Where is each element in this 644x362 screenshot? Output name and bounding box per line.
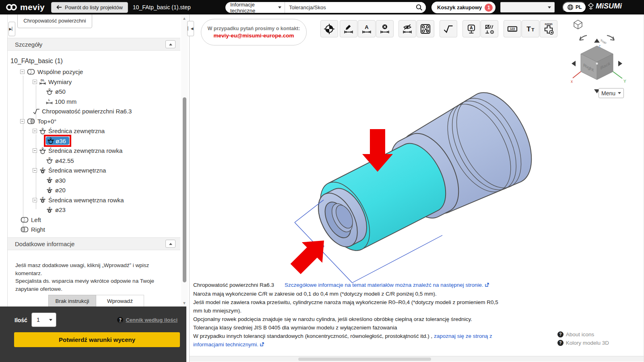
about-icons-link[interactable]: ? About icons [557,331,594,337]
tree-expander-icon[interactable] [20,70,25,74]
sidebar-expand-handle[interactable]: ▶▏ [8,22,15,36]
tree-expander-icon[interactable] [33,148,37,153]
diameter-inner-icon: d [46,206,53,214]
contact-intro: W przypadku pytań prosimy o kontakt: [208,26,300,31]
sidebar-scrollbar[interactable]: ▲ ▼ [181,15,188,306]
unlabeled-select[interactable] [500,2,555,12]
tree-item-inner-groove-diameter[interactable]: d Średnica wewnętrzna rowka [33,195,180,205]
back-to-projects-button[interactable]: Powrót do listy projektów [51,2,128,13]
tree-expander-icon[interactable] [33,80,37,84]
tree-expander-icon[interactable] [20,119,25,123]
cart-button[interactable]: Koszyk zakupowy 1 [431,2,495,13]
tree-item-right-view[interactable]: Right [20,225,180,235]
search-button[interactable] [412,2,426,13]
chevron-down-icon [49,319,52,321]
tree-item-common-positions[interactable]: Wspólne pozycje [20,67,180,77]
search-input[interactable] [285,4,412,10]
six-views-button[interactable]: 6VIEWS [540,20,557,37]
tab-no-instructions[interactable]: Brak instrukcji [48,295,96,307]
highlighted-face [310,136,456,259]
delete-dimension-button[interactable] [376,20,394,37]
search-bar: Informacje techniczne [225,2,426,13]
misumi-logo-icon [588,3,594,10]
tree-item-d23[interactable]: d ø23 [46,205,180,215]
rotate-right-arrow-icon [618,61,622,66]
rotate-up-icon [594,39,600,43]
text-size-icon: T T [525,24,536,34]
tree-expander-icon[interactable] [33,168,37,173]
additional-info-collapse-button[interactable] [165,240,175,248]
svg-text:T: T [531,27,535,33]
quantity-select[interactable]: 1 [31,313,56,327]
details-collapse-button[interactable] [165,40,175,48]
language-button[interactable]: PL [562,2,586,13]
delete-dimension-icon [380,24,390,34]
tree-item-d20[interactable]: d ø20 [46,185,180,195]
canvas-horizontal-scrollbar[interactable] [190,356,644,362]
svg-text:T: T [526,25,531,33]
datum-target-button[interactable] [320,20,338,37]
tree-item-roughness[interactable]: Chropowatość powierzchni Ra6.3 [33,107,180,117]
canvas-collapse-handle[interactable]: ▏◀ [187,21,194,36]
view-cube-widget[interactable]: Top Right Back x Y z [562,19,634,99]
svg-text:D: D [49,157,51,160]
view-cube[interactable]: Top Right Back [581,39,613,80]
selected-dimension-chip[interactable]: D ø36 [46,137,69,145]
geometric-tolerance-button[interactable] [481,20,498,37]
meviy-logo-icon [5,3,19,11]
tab-enter[interactable]: Wprowadź [96,295,144,307]
hide-dimension-button[interactable] [398,20,416,37]
text-dimension-button[interactable]: A [358,20,376,37]
tree-item-outer-diameter[interactable]: D Średnica zewnętrzna [33,126,180,136]
axis-z-label: z [599,44,601,48]
edit-dimension-button[interactable] [340,20,357,37]
sidebar-scrollbar-thumb[interactable] [183,97,186,282]
datum-label-button[interactable]: A [462,20,480,37]
tree-expander-icon[interactable] [33,129,37,133]
cylinder-icon [27,69,35,75]
arrow-down [362,129,393,172]
viewer-canvas[interactable]: ▏◀ W przypadku pytań prosimy o kontakt: … [189,14,644,362]
help-links: ? About icons ? Kolory modelu 3D [557,331,609,346]
tree-item-length-100[interactable]: L 100 mm [46,97,180,107]
scroll-up-icon[interactable]: ▲ [182,16,186,21]
edit-dimension-icon [343,24,354,34]
tree-item-dimensions[interactable]: DL Wymiary [33,77,180,87]
scroll-down-icon[interactable]: ▼ [182,301,186,305]
tree-item-outer-groove-diameter[interactable]: D Średnica zewnętrzna rowka [33,146,180,156]
tree-item-inner-diameter[interactable]: d Średnica wewnętrzna [33,166,180,176]
chevron-down-icon [618,92,621,94]
misumi-logo[interactable]: MiSUMi [588,2,622,10]
svg-text:DL: DL [41,78,45,82]
length-icon: L [46,98,53,105]
viewer-menu-button[interactable]: Menu [599,88,624,98]
contact-email-link[interactable]: meviy-eu@misumi-europe.com [214,33,294,39]
meviy-logo[interactable]: meviy [5,2,45,12]
surface-roughness-button[interactable] [440,20,457,37]
text-dimension-icon: A [361,24,372,34]
contact-bubble: W przypadku pytań prosimy o kontakt: mev… [201,19,307,45]
diameter-outer-icon: D [47,137,54,144]
svg-text:d: d [49,177,50,179]
tree-item-d50[interactable]: D ø50 [46,87,180,97]
text-size-button[interactable]: T T [522,20,539,37]
pricing-by-quantity-link[interactable]: ? Cennik według ilości [117,317,178,323]
confirm-quote-button[interactable]: Potwierdź warunki wyceny [14,332,180,347]
tree-item-top-view[interactable]: Top+0° [20,116,180,126]
tree-item-d42-55[interactable]: D ø42.55 [46,156,180,166]
technical-info-select[interactable]: Informacje techniczne [225,2,285,13]
tree-item-left-view[interactable]: Left [20,215,180,225]
hole-group-button[interactable] [417,20,434,37]
tree-item-root[interactable]: 10_FAtp_basic (1) [10,56,180,66]
tree-expander-icon[interactable] [33,198,37,202]
misumi-logo-text: MiSUMi [596,2,622,10]
annotation-arrows [285,129,393,279]
materials-info-link[interactable]: Szczegółowe informacje na temat materiał… [285,282,483,288]
model-colors-link[interactable]: ? Kolory modelu 3D [557,340,609,346]
canvas-scrollbar-thumb[interactable] [298,358,431,361]
tree-item-d30[interactable]: d ø30 [46,175,180,185]
dimension-label: ø36 [315,243,326,253]
tree-item-d36-selected[interactable]: D ø36 [46,136,180,146]
cart-count-badge: 1 [485,4,493,12]
measurement-button[interactable]: 123 [504,20,521,37]
